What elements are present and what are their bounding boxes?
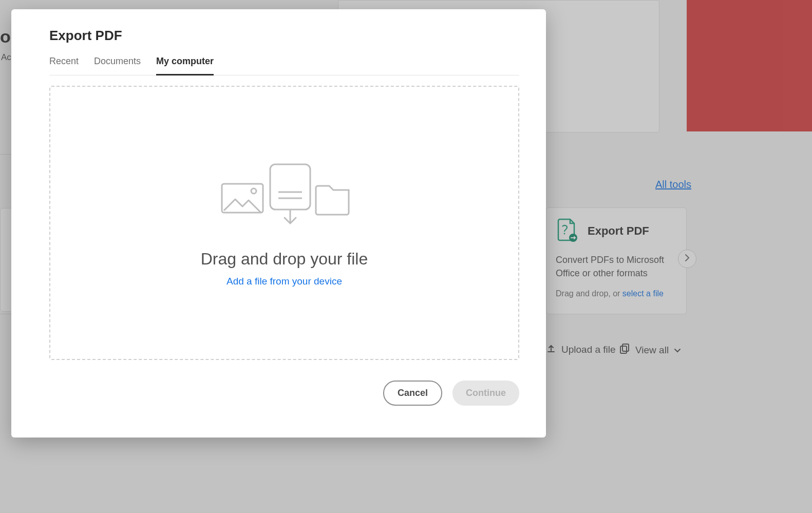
file-dropzone[interactable]: Drag and drop your file Add a file from …	[49, 86, 519, 360]
cancel-button[interactable]: Cancel	[383, 381, 442, 406]
export-pdf-dialog: Export PDF Recent Documents My computer	[11, 9, 546, 438]
tab-my-computer[interactable]: My computer	[156, 56, 214, 75]
continue-button[interactable]: Continue	[452, 381, 519, 406]
tab-documents[interactable]: Documents	[94, 56, 141, 75]
dialog-title: Export PDF	[49, 28, 519, 44]
source-tabs: Recent Documents My computer	[49, 56, 519, 75]
svg-rect-6	[270, 164, 310, 210]
dropzone-title: Drag and drop your file	[201, 250, 368, 269]
svg-point-5	[251, 188, 256, 194]
dropzone-illus-icon	[218, 159, 351, 228]
add-file-link[interactable]: Add a file from your device	[226, 276, 342, 287]
tab-recent[interactable]: Recent	[49, 56, 79, 75]
